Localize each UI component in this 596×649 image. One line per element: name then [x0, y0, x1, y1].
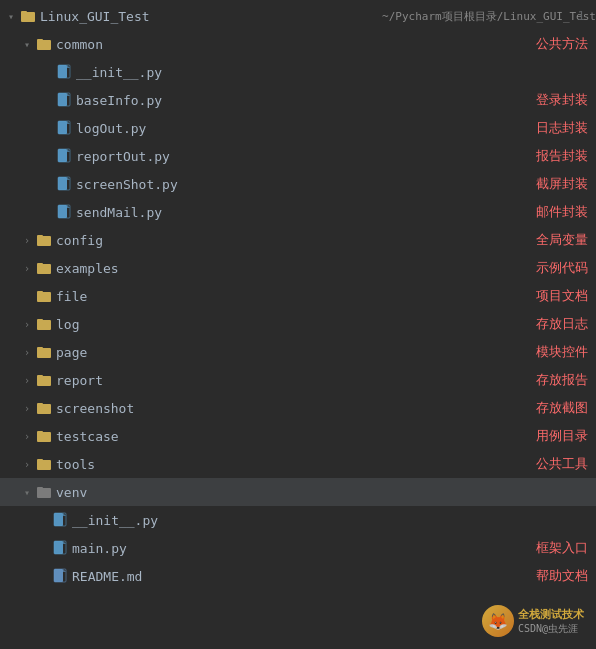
- tree-item-readme[interactable]: README.md帮助文档: [0, 562, 596, 590]
- svg-marker-49: [63, 569, 66, 572]
- arrow-screenshot_folder: [20, 401, 34, 415]
- svg-rect-42: [54, 513, 63, 526]
- name-readme: README.md: [72, 569, 520, 584]
- svg-marker-14: [67, 149, 70, 152]
- name-file: file: [56, 289, 520, 304]
- comment-log: 存放日志: [536, 315, 588, 333]
- tree-item-screenshot_folder[interactable]: screenshot存放截图: [0, 394, 596, 422]
- svg-marker-17: [67, 177, 70, 180]
- svg-rect-16: [58, 177, 67, 190]
- tree-item-reportout[interactable]: reportOut.py报告封装: [0, 142, 596, 170]
- arrow-config: [20, 233, 34, 247]
- icon-log: [36, 316, 52, 332]
- tree-container: common公共方法 __init__.py baseInfo.py登录封装 l…: [0, 30, 596, 590]
- icon-venv: [36, 484, 52, 500]
- svg-rect-37: [37, 431, 43, 434]
- svg-marker-43: [63, 513, 66, 516]
- tree-item-config[interactable]: config全局变量: [0, 226, 596, 254]
- icon-file: [36, 288, 52, 304]
- file-tree: Linux_GUI_Test ~/Pycharm项目根目录/Linux_GUI_…: [0, 0, 596, 649]
- tree-item-screenshot[interactable]: screenShot.py截屏封装: [0, 170, 596, 198]
- name-sendmail: sendMail.py: [76, 205, 520, 220]
- tree-item-sendmail[interactable]: sendMail.py邮件封装: [0, 198, 596, 226]
- comment-readme: 帮助文档: [536, 567, 588, 585]
- tree-item-init2[interactable]: __init__.py: [0, 506, 596, 534]
- tree-item-baseinfo[interactable]: baseInfo.py登录封装: [0, 86, 596, 114]
- icon-config: [36, 232, 52, 248]
- comment-logout: 日志封装: [536, 119, 588, 137]
- svg-rect-13: [58, 149, 67, 162]
- name-config: config: [56, 233, 520, 248]
- name-logout: logOut.py: [76, 121, 520, 136]
- icon-logout: [56, 120, 72, 136]
- name-reportout: reportOut.py: [76, 149, 520, 164]
- tree-item-log[interactable]: log存放日志: [0, 310, 596, 338]
- comment-testcase: 用例目录: [536, 427, 588, 445]
- root-folder-icon: [20, 8, 36, 24]
- svg-rect-29: [37, 319, 43, 322]
- name-baseinfo: baseInfo.py: [76, 93, 520, 108]
- svg-rect-10: [58, 121, 67, 134]
- name-tools: tools: [56, 457, 520, 472]
- icon-init2: [52, 512, 68, 528]
- comment-main: 框架入口: [536, 539, 588, 557]
- tree-item-init1[interactable]: __init__.py: [0, 58, 596, 86]
- root-name: Linux_GUI_Test: [40, 9, 378, 24]
- tree-item-tools[interactable]: tools公共工具: [0, 450, 596, 478]
- svg-rect-7: [58, 93, 67, 106]
- tree-item-file[interactable]: file项目文档: [0, 282, 596, 310]
- name-main: main.py: [72, 541, 520, 556]
- tree-item-testcase[interactable]: testcase用例目录: [0, 422, 596, 450]
- tree-item-page[interactable]: page模块控件: [0, 338, 596, 366]
- tree-item-venv[interactable]: venv: [0, 478, 596, 506]
- icon-baseinfo: [56, 92, 72, 108]
- watermark-icon: 🦊: [488, 612, 508, 631]
- icon-screenshot: [56, 176, 72, 192]
- root-arrow: [4, 9, 18, 23]
- project-root-item[interactable]: Linux_GUI_Test ~/Pycharm项目根目录/Linux_GUI_…: [0, 2, 596, 30]
- tree-item-main[interactable]: main.py框架入口: [0, 534, 596, 562]
- svg-rect-23: [37, 235, 43, 238]
- comment-sendmail: 邮件封装: [536, 203, 588, 221]
- comment-file: 项目文档: [536, 287, 588, 305]
- icon-screenshot_folder: [36, 400, 52, 416]
- name-init2: __init__.py: [72, 513, 596, 528]
- tree-item-logout[interactable]: logOut.py日志封装: [0, 114, 596, 142]
- name-common: common: [56, 37, 520, 52]
- name-testcase: testcase: [56, 429, 520, 444]
- icon-examples: [36, 260, 52, 276]
- comment-screenshot_folder: 存放截图: [536, 399, 588, 417]
- watermark-avatar: 🦊: [482, 605, 514, 637]
- svg-rect-45: [54, 541, 63, 554]
- name-screenshot_folder: screenshot: [56, 401, 520, 416]
- arrow-report: [20, 373, 34, 387]
- name-log: log: [56, 317, 520, 332]
- icon-report: [36, 372, 52, 388]
- svg-marker-5: [67, 65, 70, 68]
- watermark-title: 全栈测试技术: [518, 607, 584, 622]
- svg-rect-4: [58, 65, 67, 78]
- comment-screenshot: 截屏封装: [536, 175, 588, 193]
- svg-rect-25: [37, 263, 43, 266]
- path-text: ~/Pycharm项目根目录/Linux_GUI_Test: [382, 9, 596, 24]
- svg-marker-11: [67, 121, 70, 124]
- arrow-log: [20, 317, 34, 331]
- icon-testcase: [36, 428, 52, 444]
- name-page: page: [56, 345, 520, 360]
- name-venv: venv: [56, 485, 596, 500]
- svg-rect-3: [37, 39, 43, 42]
- tree-item-examples[interactable]: examples示例代码: [0, 254, 596, 282]
- tree-item-common[interactable]: common公共方法: [0, 30, 596, 58]
- comment-page: 模块控件: [536, 343, 588, 361]
- name-init1: __init__.py: [76, 65, 596, 80]
- arrow-testcase: [20, 429, 34, 443]
- watermark: 🦊 全栈测试技术 CSDN@虫先涯: [482, 605, 584, 637]
- tree-item-report[interactable]: report存放报告: [0, 366, 596, 394]
- arrow-page: [20, 345, 34, 359]
- comment-baseinfo: 登录封装: [536, 91, 588, 109]
- svg-rect-1: [21, 11, 27, 14]
- icon-page: [36, 344, 52, 360]
- comment-report: 存放报告: [536, 371, 588, 389]
- svg-rect-33: [37, 375, 43, 378]
- icon-init1: [56, 64, 72, 80]
